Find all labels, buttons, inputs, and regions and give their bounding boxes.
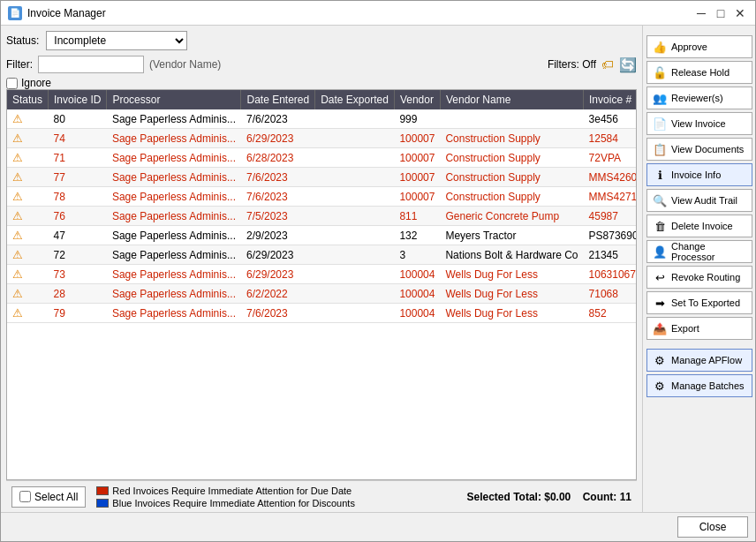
cell-status: ⚠ — [7, 304, 49, 323]
invoice-table-container[interactable]: Status Invoice ID Processor Date Entered… — [6, 89, 637, 480]
title-bar-left: 📄 Invoice Manager — [8, 6, 106, 20]
table-row[interactable]: ⚠79Sage Paperless Adminis...7/6/20231000… — [7, 304, 637, 323]
cell-processor: Sage Paperless Adminis... — [107, 265, 241, 284]
cell-id: 71 — [49, 148, 107, 168]
table-row[interactable]: ⚠72Sage Paperless Adminis...6/29/20233Na… — [7, 245, 637, 265]
filter-input[interactable] — [38, 56, 144, 73]
table-row[interactable]: ⚠80Sage Paperless Adminis...7/6/20239993… — [7, 109, 637, 129]
filters-off-label: Filters: Off — [548, 58, 596, 71]
close-window-button[interactable]: ✕ — [732, 5, 748, 21]
cell-invoice: MMS4271 — [584, 187, 637, 207]
approve-icon: 👍 — [653, 41, 667, 54]
cell-id: 47 — [49, 226, 107, 245]
cell-date-exported — [315, 304, 395, 323]
select-all-label: Select All — [34, 491, 78, 503]
table-row[interactable]: ⚠47Sage Paperless Adminis...2/9/2023132M… — [7, 226, 637, 245]
reviewers-button[interactable]: 👥 Reviewer(s) — [646, 87, 752, 109]
filter-hint: (Vendor Name) — [149, 58, 221, 71]
release-hold-icon: 🔓 — [653, 66, 667, 79]
cell-status: ⚠ — [7, 207, 49, 226]
revoke-routing-button[interactable]: ↩ Revoke Routing — [646, 266, 752, 289]
cell-vendor-name: Wells Dug For Less — [440, 265, 583, 284]
view-documents-button[interactable]: 📋 View Documents — [646, 138, 752, 161]
status-select[interactable]: Incomplete Complete All On Hold Exported — [46, 31, 187, 50]
table-header-row: Status Invoice ID Processor Date Entered… — [7, 90, 637, 109]
manage-apflow-label: Manage APFlow — [671, 355, 742, 365]
cell-date-entered: 7/6/2023 — [241, 187, 315, 207]
cell-vendor: 811 — [394, 207, 440, 226]
release-hold-label: Release Hold — [671, 67, 730, 78]
change-processor-button[interactable]: 👤 Change Processor — [646, 240, 752, 263]
approve-button[interactable]: 👍 Approve — [646, 35, 752, 58]
selected-total-value: $0.00 — [544, 491, 571, 503]
cell-invoice: 71068 — [584, 284, 637, 304]
cell-date-exported — [315, 148, 395, 168]
cell-id: 73 — [49, 265, 107, 284]
maximize-button[interactable]: □ — [713, 5, 729, 21]
minimize-button[interactable]: ─ — [693, 5, 709, 21]
cell-processor: Sage Paperless Adminis... — [107, 284, 241, 304]
view-audit-trail-icon: 🔍 — [653, 194, 667, 207]
close-button[interactable]: Close — [677, 516, 748, 538]
invoice-manager-window: 📄 Invoice Manager ─ □ ✕ Status: Incomple… — [0, 0, 756, 542]
cell-date-entered: 6/28/2023 — [241, 148, 315, 168]
view-documents-label: View Documents — [671, 144, 744, 154]
set-to-exported-icon: ➡ — [653, 297, 667, 310]
cell-processor: Sage Paperless Adminis... — [107, 148, 241, 168]
count-value: 11 — [620, 491, 631, 503]
content-area: Status: Incomplete Complete All On Hold … — [1, 26, 755, 512]
manage-apflow-icon: ⚙ — [653, 354, 667, 367]
cell-id: 74 — [49, 129, 107, 148]
cell-date-entered: 6/29/2023 — [241, 265, 315, 284]
manage-apflow-button[interactable]: ⚙ Manage APFlow — [646, 349, 752, 372]
view-audit-trail-button[interactable]: 🔍 View Audit Trail — [646, 189, 752, 212]
table-row[interactable]: ⚠78Sage Paperless Adminis...7/6/20231000… — [7, 187, 637, 207]
cell-id: 80 — [49, 109, 107, 129]
cell-id: 72 — [49, 245, 107, 265]
view-invoice-icon: 📄 — [653, 117, 667, 131]
manage-batches-label: Manage Batches — [671, 380, 745, 391]
select-all-button[interactable]: Select All — [11, 486, 86, 508]
cell-date-exported — [315, 284, 395, 304]
cell-vendor-name: Construction Supply — [440, 187, 583, 207]
cell-vendor: 3 — [394, 245, 440, 265]
legend-area: Red Invoices Require Immediate Attention… — [96, 486, 355, 508]
select-all-checkbox[interactable] — [19, 491, 31, 502]
cell-invoice: 45987 — [584, 207, 637, 226]
funnel-icon[interactable]: 🏷 — [601, 57, 614, 72]
cell-date-exported — [315, 265, 395, 284]
invoice-info-button[interactable]: ℹ Invoice Info — [646, 163, 752, 186]
cell-vendor-name: Construction Supply — [440, 148, 583, 168]
invoice-info-icon: ℹ — [653, 169, 667, 182]
release-hold-button[interactable]: 🔓 Release Hold — [646, 61, 752, 84]
table-row[interactable]: ⚠74Sage Paperless Adminis...6/29/2023100… — [7, 129, 637, 148]
cell-id: 77 — [49, 168, 107, 187]
delete-invoice-icon: 🗑 — [653, 220, 667, 233]
filter-controls: Filters: Off 🏷 🔄 — [548, 56, 637, 73]
export-button[interactable]: 📤 Export — [646, 317, 752, 340]
col-date-entered: Date Entered — [241, 90, 315, 109]
table-row[interactable]: ⚠28Sage Paperless Adminis...6/2/20221000… — [7, 284, 637, 304]
table-row[interactable]: ⚠71Sage Paperless Adminis...6/28/2023100… — [7, 148, 637, 168]
legend-blue-color — [96, 499, 109, 508]
view-invoice-button[interactable]: 📄 View Invoice — [646, 112, 752, 135]
cell-status: ⚠ — [7, 226, 49, 245]
cell-vendor: 100007 — [394, 168, 440, 187]
cell-vendor-name: Wells Dug For Less — [440, 284, 583, 304]
delete-invoice-button[interactable]: 🗑 Delete Invoice — [646, 215, 752, 237]
reviewers-label: Reviewer(s) — [671, 93, 723, 103]
legend-blue-label: Blue Invoices Require Immediate Attentio… — [112, 498, 355, 508]
ignore-checkbox[interactable] — [6, 78, 18, 89]
reviewers-icon: 👥 — [653, 92, 667, 105]
table-row[interactable]: ⚠73Sage Paperless Adminis...6/29/2023100… — [7, 265, 637, 284]
cell-id: 28 — [49, 284, 107, 304]
refresh-icon[interactable]: 🔄 — [619, 56, 637, 73]
table-row[interactable]: ⚠76Sage Paperless Adminis...7/5/2023811G… — [7, 207, 637, 226]
legend-red-label: Red Invoices Require Immediate Attention… — [112, 486, 352, 496]
col-vendor: Vendor — [394, 90, 440, 109]
cell-date-entered: 7/5/2023 — [241, 207, 315, 226]
manage-batches-button[interactable]: ⚙ Manage Batches — [646, 374, 752, 397]
set-to-exported-button[interactable]: ➡ Set To Exported — [646, 291, 752, 314]
ignore-row: Ignore — [6, 77, 637, 89]
table-row[interactable]: ⚠77Sage Paperless Adminis...7/6/20231000… — [7, 168, 637, 187]
